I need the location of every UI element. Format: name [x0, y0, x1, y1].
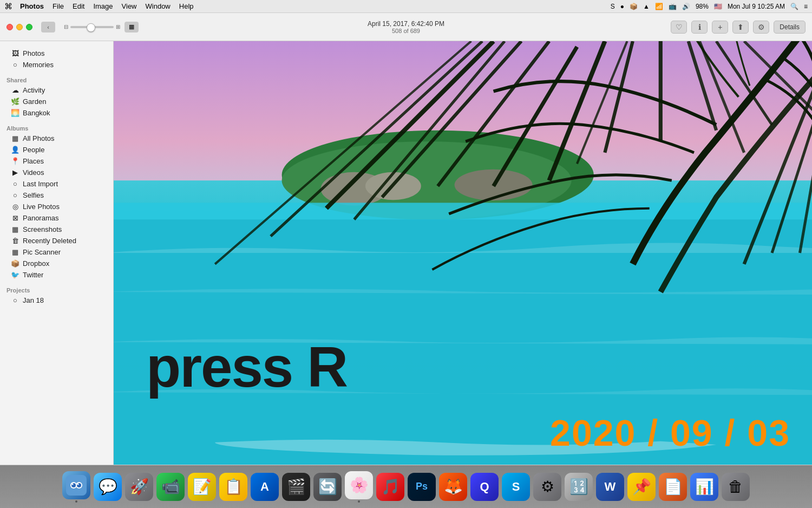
dock-item-fcpx[interactable]: 🎬	[282, 473, 310, 501]
zoom-out-icon: ⊟	[64, 24, 68, 30]
dock-item-finder[interactable]	[62, 471, 90, 503]
dock-item-stickies2[interactable]: 📌	[627, 473, 656, 501]
zoom-slider[interactable]	[70, 26, 114, 28]
last-import-icon: ○	[11, 180, 19, 188]
trash-icon: 🗑	[722, 473, 750, 501]
albums-section-header: Albums	[0, 123, 113, 133]
dock-item-notes[interactable]: 📝	[188, 473, 216, 501]
sidebar-panoramas-label: Panoramas	[23, 214, 58, 222]
photo-count: 508 of 689	[368, 28, 444, 34]
sidebar-item-recently-deleted[interactable]: 🗑 Recently Deleted	[2, 235, 111, 246]
live-photos-icon: ◎	[11, 203, 19, 211]
menu-image[interactable]: Image	[93, 2, 113, 10]
sidebar-photos-label: Photos	[23, 49, 44, 57]
sidebar-item-activity[interactable]: ☁ Activity	[2, 84, 111, 96]
toolbar-right: ♡ ℹ + ⬆ ⚙ Details	[671, 21, 806, 34]
dock-item-messages[interactable]: 💬	[94, 473, 122, 501]
quicksilver-icon: Q	[470, 473, 499, 501]
dock-item-migration[interactable]: 🔄	[313, 473, 342, 501]
add-button[interactable]: +	[712, 21, 728, 34]
sidebar-item-garden[interactable]: 🌿 Garden	[2, 96, 111, 107]
sidebar-item-pic-scanner[interactable]: ▦ Pic Scanner	[2, 246, 111, 258]
dock-item-keynote[interactable]: 📊	[690, 473, 718, 501]
sidebar-item-last-import[interactable]: ○ Last Import	[2, 178, 111, 190]
dock-item-photoshop[interactable]: Ps	[408, 473, 436, 501]
menu-help[interactable]: Help	[179, 2, 194, 10]
menu-view[interactable]: View	[122, 2, 137, 10]
toolbar-left: ‹ ⊟ ⊞ ▦	[6, 22, 139, 32]
sidebar-item-twitter[interactable]: 🐦 Twitter	[2, 269, 111, 281]
sidebar-places-label: Places	[23, 157, 44, 165]
sidebar-item-jan18[interactable]: ○ Jan 18	[2, 295, 111, 306]
fcpx-icon: 🎬	[282, 473, 310, 501]
airplay-icon: 📺	[669, 3, 677, 10]
minimize-button[interactable]	[16, 24, 23, 30]
dock-item-itunes[interactable]: 🎵	[376, 473, 404, 501]
sidebar-item-panoramas[interactable]: ⊠ Panoramas	[2, 212, 111, 224]
dock-item-launchpad[interactable]: 🚀	[125, 473, 153, 501]
sidebar-item-videos[interactable]: ▶ Videos	[2, 167, 111, 178]
sidebar-item-memories[interactable]: ○ Memories	[2, 59, 111, 70]
sidebar-item-dropbox[interactable]: 📦 Dropbox	[2, 258, 111, 269]
menu-edit[interactable]: Edit	[73, 2, 84, 10]
sidebar-garden-label: Garden	[23, 97, 46, 106]
videos-icon: ▶	[11, 168, 19, 177]
menu-right: S ● 📦 ▲ 📶 📺 🔊 98% 🇺🇸 Mon Jul 9 10:25 AM …	[611, 3, 808, 10]
control-center-icon[interactable]: ≡	[804, 3, 808, 10]
adjust-button[interactable]: ⚙	[753, 21, 769, 34]
photo-overlay-date: 2020 / 09 / 03	[550, 412, 790, 454]
share-button[interactable]: ⬆	[732, 21, 749, 34]
dock-item-sysprefs[interactable]: ⚙	[533, 473, 561, 501]
sidebar-bangkok-label: Bangkok	[23, 109, 50, 117]
sidebar-item-people[interactable]: 👤 People	[2, 144, 111, 155]
grid-view-button[interactable]: ▦	[125, 22, 139, 32]
photoshop-icon: Ps	[408, 473, 436, 501]
dock-item-stickies[interactable]: 📋	[219, 473, 247, 501]
sidebar-item-live-photos[interactable]: ◎ Live Photos	[2, 201, 111, 212]
fullscreen-button[interactable]	[26, 24, 32, 30]
sidebar-item-selfies[interactable]: ○ Selfies	[2, 190, 111, 201]
dock-item-calculator[interactable]: 🔢	[565, 473, 593, 501]
sidebar-screenshots-label: Screenshots	[23, 225, 62, 233]
back-button[interactable]: ‹	[41, 22, 55, 32]
dock-item-skype[interactable]: S	[502, 473, 530, 501]
skype-dock-icon: S	[502, 473, 530, 501]
search-icon[interactable]: 🔍	[790, 3, 798, 10]
dock-item-quicksilver[interactable]: Q	[470, 473, 499, 501]
places-icon: 📍	[11, 157, 19, 165]
favorite-button[interactable]: ♡	[671, 21, 687, 34]
close-button[interactable]	[6, 24, 13, 30]
dock-item-pages[interactable]: 📄	[659, 473, 687, 501]
dock-item-firefox[interactable]: 🦊	[439, 473, 467, 501]
menu-window[interactable]: Window	[146, 2, 171, 10]
sidebar-item-bangkok[interactable]: 🌅 Bangkok	[2, 107, 111, 119]
sidebar-item-all-photos[interactable]: ▦ All Photos	[2, 133, 111, 144]
dock-item-facetime[interactable]: 📹	[156, 473, 185, 501]
zoom-slider-group: ⊟ ⊞	[64, 24, 120, 30]
sidebar-item-screenshots[interactable]: ▦ Screenshots	[2, 224, 111, 235]
sidebar-selfies-label: Selfies	[23, 191, 44, 199]
word-icon: W	[596, 473, 624, 501]
sidebar-item-places[interactable]: 📍 Places	[2, 155, 111, 167]
bangkok-icon: 🌅	[11, 109, 19, 117]
appstore-icon: A	[251, 473, 279, 501]
messages-icon: 💬	[94, 473, 122, 501]
details-button[interactable]: Details	[774, 21, 806, 34]
recently-deleted-icon: 🗑	[11, 237, 19, 245]
screenshots-icon: ▦	[11, 225, 19, 233]
photos-icon: 🖼	[11, 49, 19, 57]
garden-icon: 🌿	[11, 97, 19, 106]
menu-photos[interactable]: Photos	[20, 2, 44, 10]
dock-item-appstore[interactable]: A	[251, 473, 279, 501]
dock: 💬 🚀 📹 📝 📋 A 🎬 🔄 🌸 🎵 Ps 🦊 Q S ⚙	[0, 465, 812, 508]
info-button[interactable]: ℹ	[691, 21, 708, 34]
firefox-icon: 🦊	[439, 473, 467, 501]
sidebar-item-photos[interactable]: 🖼 Photos	[2, 48, 111, 59]
dock-item-word[interactable]: W	[596, 473, 624, 501]
sidebar-last-import-label: Last Import	[23, 180, 58, 188]
dock-item-photos[interactable]: 🌸	[345, 471, 373, 503]
dock-item-trash[interactable]: 🗑	[722, 473, 750, 501]
photos-dot	[358, 500, 360, 503]
apple-logo[interactable]: ⌘	[4, 2, 12, 11]
menu-file[interactable]: File	[53, 2, 64, 10]
